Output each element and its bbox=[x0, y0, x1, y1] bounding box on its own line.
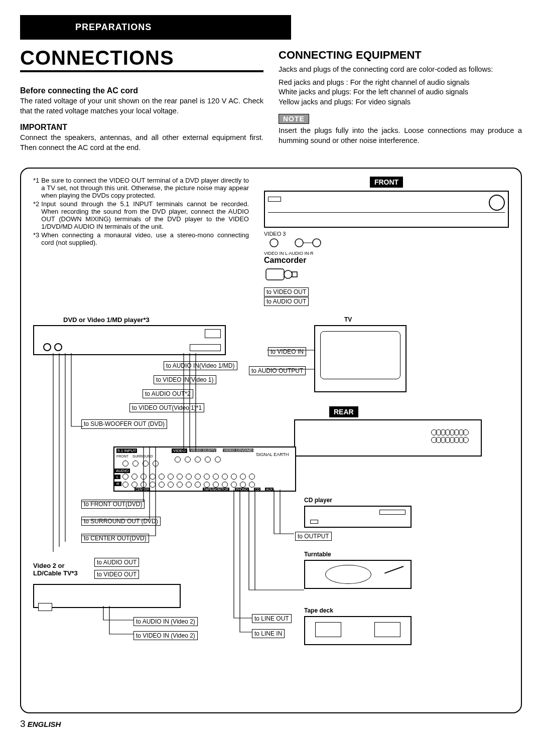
tv-label: TV bbox=[344, 316, 352, 323]
chip-line-in: to LINE IN bbox=[252, 629, 285, 638]
panel-tape: TAPE/MONITOR bbox=[203, 488, 229, 491]
svg-point-0 bbox=[270, 239, 278, 247]
panel-51input: 5.1 INPUT bbox=[116, 448, 137, 453]
text-white: White jacks and plugs: For the left chan… bbox=[279, 87, 522, 97]
camcorder-icon bbox=[264, 265, 509, 287]
chip-video-in-v1: to VIDEO IN(Video 1) bbox=[154, 375, 216, 384]
dvd-player-label: DVD or Video 1/MD player*3 bbox=[63, 316, 150, 324]
chip-audio-in-v1md: to AUDIO IN(Video 1/MD) bbox=[164, 361, 237, 370]
svg-rect-4 bbox=[266, 269, 284, 280]
chip-front-out: to FRONT OUT(DVD) bbox=[81, 500, 145, 509]
text-important: Connect the speakers, antennas, and all … bbox=[20, 133, 263, 153]
fn1-num: *1 bbox=[33, 177, 41, 199]
svg-rect-6 bbox=[292, 272, 297, 277]
panel-l: L bbox=[114, 475, 120, 479]
chip-to-audio-out-cam: to AUDIO OUT bbox=[264, 297, 309, 306]
panel-phono: PHONO bbox=[235, 488, 249, 491]
chip-to-video-out-cam: to VIDEO OUT bbox=[264, 287, 309, 296]
chip-line-out: to LINE OUT bbox=[252, 614, 292, 623]
fn2-num: *2 bbox=[33, 200, 41, 230]
chip-surround-out: to SURROUND OUT (DVD) bbox=[81, 517, 161, 526]
chip-to-output-cd: to OUTPUT bbox=[295, 532, 332, 541]
panel-surround: SURROUND bbox=[132, 455, 153, 458]
camcorder-label: Camcorder bbox=[264, 256, 509, 265]
fn3-num: *3 bbox=[33, 231, 41, 246]
fn2-text: Input sound through the 5.1 INPUT termin… bbox=[41, 200, 249, 230]
turntable-icon bbox=[304, 560, 412, 589]
panel-audio: AUDIO bbox=[114, 469, 130, 473]
title-connections: CONNECTIONS bbox=[20, 47, 263, 69]
chip-video-out-v2: to VIDEO OUT bbox=[94, 570, 139, 579]
cd-player-label: CD player bbox=[304, 497, 332, 504]
footnotes: *1Be sure to connect the VIDEO OUT termi… bbox=[33, 177, 249, 306]
panel-front: FRONT bbox=[116, 455, 128, 458]
panel-video1: VIDEO 1/DVD/MD bbox=[223, 448, 253, 452]
panel-center: CENTER bbox=[134, 488, 150, 491]
note-label: NOTE bbox=[279, 114, 309, 124]
page-footer: 3 ENGLISH bbox=[20, 718, 522, 729]
rear-label: REAR bbox=[329, 406, 358, 417]
text-note: Insert the plugs fully into the jacks. L… bbox=[279, 126, 522, 145]
tape-deck-label: Tape deck bbox=[304, 607, 333, 614]
receiver-rear-small-icon bbox=[294, 419, 482, 457]
chip-audio-in-v2: to AUDIO IN (Video 2) bbox=[133, 617, 198, 626]
diagram-box: *1Be sure to connect the VIDEO OUT termi… bbox=[20, 168, 522, 713]
dvd-player-icon bbox=[33, 325, 226, 355]
tv-icon bbox=[314, 325, 406, 392]
turntable-label: Turntable bbox=[304, 551, 331, 558]
panel-aux: AUX bbox=[265, 488, 274, 491]
heading-before-ac: Before connecting the AC cord bbox=[20, 86, 263, 95]
front-label: FRONT bbox=[370, 177, 403, 188]
text-intro: Jacks and plugs of the connecting cord a… bbox=[279, 65, 522, 75]
video2-label: Video 2 or LD/Cable TV*3 bbox=[33, 562, 83, 577]
svg-point-5 bbox=[284, 270, 292, 278]
page-number: 3 bbox=[20, 718, 26, 729]
panel-video2: VIDEO 2/LD/TV bbox=[190, 448, 216, 452]
chip-video-out-v1: to VIDEO OUT(Video 1)*1 bbox=[129, 403, 204, 412]
chip-audio-out-v2: to AUDIO OUT bbox=[94, 558, 139, 567]
svg-point-2 bbox=[313, 239, 321, 247]
video2-device-icon bbox=[33, 584, 181, 608]
svg-point-1 bbox=[295, 239, 303, 247]
right-column: CONNECTING EQUIPMENT Jacks and plugs of … bbox=[279, 45, 522, 156]
left-column: CONNECTIONS Before connecting the AC cor… bbox=[20, 45, 263, 156]
chip-to-audio-output-tv: to AUDIO OUTPUT bbox=[249, 366, 306, 375]
text-yellow: Yellow jacks and plugs: For video signal… bbox=[279, 97, 522, 107]
chip-to-video-in-tv: to VIDEO IN bbox=[268, 347, 306, 356]
fn3-text: When connecting a monaural video, use a … bbox=[41, 231, 249, 246]
title-rule bbox=[20, 70, 263, 72]
panel-cd: CD bbox=[254, 488, 260, 491]
receiver-front-icon bbox=[264, 191, 509, 228]
front-jacks-label: VIDEO IN L·AUDIO IN·R bbox=[264, 251, 509, 256]
chip-audio-out-s2: to AUDIO OUT*2 bbox=[143, 389, 193, 398]
chip-video-in-v2: to VIDEO IN (Video 2) bbox=[133, 631, 198, 640]
video3-label: VIDEO 3 bbox=[264, 231, 509, 237]
panel-r: R bbox=[114, 482, 121, 486]
front-jacks-icon bbox=[264, 237, 509, 251]
cd-player-icon bbox=[304, 506, 412, 528]
section-banner: PREPARATIONS bbox=[20, 15, 291, 40]
page-language: ENGLISH bbox=[28, 720, 61, 728]
tape-deck-icon bbox=[304, 616, 412, 645]
fn1-text: Be sure to connect the VIDEO OUT termina… bbox=[41, 177, 249, 199]
panel-video: VIDEO bbox=[172, 448, 187, 453]
front-area: FRONT VIDEO 3 VIDEO IN L·AUDIO IN·R Camc… bbox=[264, 177, 509, 306]
signal-earth-label: SIGNAL EARTH bbox=[256, 452, 289, 457]
text-before-ac: The rated voltage of your unit shown on … bbox=[20, 96, 263, 116]
text-red: Red jacks and plugs : For the right chan… bbox=[279, 78, 522, 88]
heading-important: IMPORTANT bbox=[20, 123, 263, 132]
chip-subwoofer-out: to SUB-WOOFER OUT (DVD) bbox=[81, 419, 167, 428]
chip-center-out: to CENTER OUT(DVD) bbox=[81, 534, 149, 543]
diagram-area: DVD or Video 1/MD player*3 TV to VIDEO I… bbox=[33, 311, 509, 692]
title-connecting-equipment: CONNECTING EQUIPMENT bbox=[279, 49, 522, 62]
